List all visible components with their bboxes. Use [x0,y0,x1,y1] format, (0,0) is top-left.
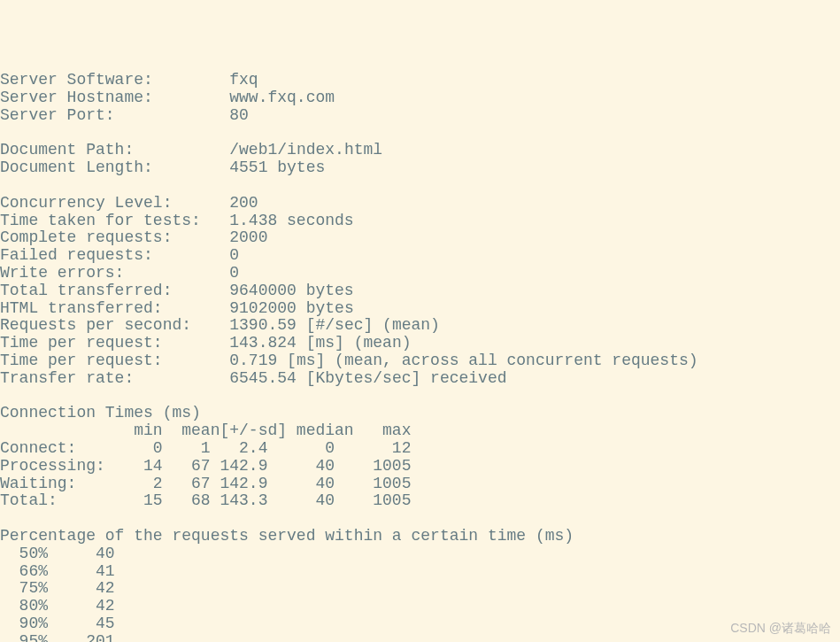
connect-row: Connect: 0 1 2.4 0 12 [0,439,411,457]
connection-times-columns: min mean[+/-sd] median max [0,422,411,439]
connection-times-header: Connection Times (ms) [0,404,201,422]
p90-row: 90% 45 [0,615,115,632]
total-row: Total: 15 68 143.3 40 1005 [0,491,411,509]
complete-requests-line: Complete requests: 2000 [0,228,267,246]
server-software-line: Server Software: fxq [0,71,258,89]
p80-row: 80% 42 [0,597,115,615]
watermark: CSDN @诸葛哈哈 [730,622,831,635]
write-errors-line: Write errors: 0 [0,264,239,282]
rps-line: Requests per second: 1390.59 [#/sec] (me… [0,316,440,334]
document-length-line: Document Length: 4551 bytes [0,159,325,176]
failed-requests-line: Failed requests: 0 [0,246,239,264]
percentage-header: Percentage of the requests served within… [0,527,574,545]
document-path-line: Document Path: /web1/index.html [0,141,382,159]
tpr2-line: Time per request: 0.719 [ms] (mean, acro… [0,352,698,369]
time-taken-line: Time taken for tests: 1.438 seconds [0,212,354,229]
terminal-output: Server Software: fxq Server Hostname: ww… [0,72,840,642]
p75-row: 75% 42 [0,579,115,597]
p50-row: 50% 40 [0,545,115,562]
waiting-row: Waiting: 2 67 142.9 40 1005 [0,475,411,492]
p95-row: 95% 201 [0,632,115,642]
concurrency-line: Concurrency Level: 200 [0,194,258,212]
html-transferred-line: HTML transferred: 9102000 bytes [0,299,354,317]
p66-row: 66% 41 [0,562,115,580]
server-hostname-line: Server Hostname: www.fxq.com [0,89,335,106]
transfer-rate-line: Transfer rate: 6545.54 [Kbytes/sec] rece… [0,369,507,387]
server-port-line: Server Port: 80 [0,106,249,124]
total-transferred-line: Total transferred: 9640000 bytes [0,282,354,299]
processing-row: Processing: 14 67 142.9 40 1005 [0,457,411,475]
tpr1-line: Time per request: 143.824 [ms] (mean) [0,334,412,352]
